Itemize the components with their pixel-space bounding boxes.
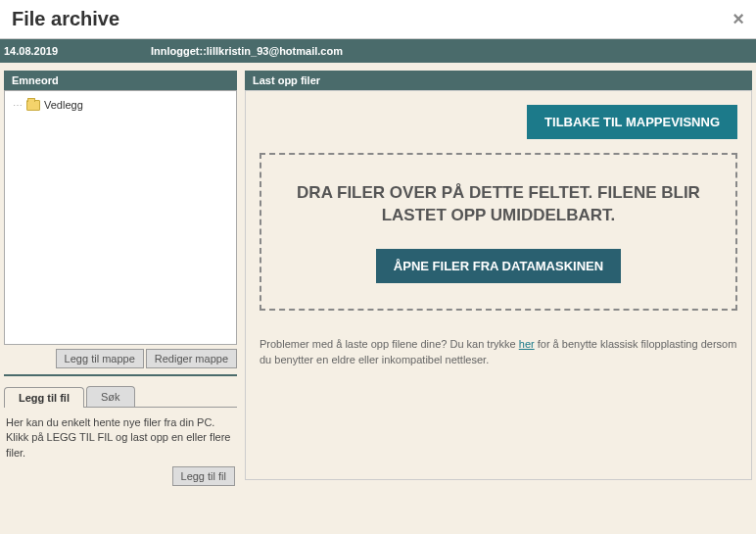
folder-tree: ⋯ Vedlegg: [4, 90, 237, 345]
add-file-help-text: Her kan du enkelt hente nye filer fra di…: [6, 415, 235, 461]
back-to-folder-view-button[interactable]: TILBAKE TIL MAPPEVISNNG: [527, 105, 737, 139]
open-files-button[interactable]: ÅPNE FILER FRA DATAMASKINEN: [376, 249, 621, 283]
add-file-button[interactable]: Legg til fil: [172, 466, 235, 486]
edit-folder-button[interactable]: Rediger mappe: [146, 349, 237, 368]
tab-add-file[interactable]: Legg til fil: [4, 387, 84, 408]
tab-search[interactable]: Søk: [86, 386, 135, 407]
folder-buttons-row: Legg til mappe Rediger mappe: [4, 349, 237, 368]
page-title: File archive: [12, 8, 119, 30]
tab-content-add-file: Her kan du enkelt hente nye filer fra di…: [4, 408, 237, 494]
dropzone-instruction: DRA FILER OVER PÅ DETTE FELTET. FILENE B…: [279, 182, 718, 227]
upload-help-text: Problemer med å laste opp filene dine? D…: [260, 336, 737, 368]
info-bar: 14.08.2019 Innlogget::lillkristin_93@hot…: [0, 39, 756, 63]
divider: [4, 374, 237, 376]
add-folder-button[interactable]: Legg til mappe: [56, 349, 144, 368]
help-text-before: Problemer med å laste opp filene dine? D…: [260, 338, 519, 350]
file-dropzone[interactable]: DRA FILER OVER PÅ DETTE FELTET. FILENE B…: [260, 153, 737, 311]
classic-upload-link[interactable]: her: [519, 338, 535, 350]
tabs-row: Legg til fil Søk: [4, 386, 237, 408]
right-column: Last opp filer TILBAKE TIL MAPPEVISNNG D…: [245, 71, 752, 494]
info-date: 14.08.2019: [4, 45, 151, 57]
folder-icon: [26, 100, 40, 111]
tree-item-vedlegg[interactable]: ⋯ Vedlegg: [13, 99, 228, 111]
tree-connector-icon: ⋯: [13, 100, 23, 111]
close-icon[interactable]: ×: [732, 8, 744, 30]
info-login: Innlogget::lillkristin_93@hotmail.com: [151, 45, 343, 57]
tree-item-label: Vedlegg: [44, 99, 83, 111]
main-area: Emneord ⋯ Vedlegg Legg til mappe Rediger…: [0, 63, 756, 502]
left-column: Emneord ⋯ Vedlegg Legg til mappe Rediger…: [4, 71, 237, 494]
upload-panel-body: TILBAKE TIL MAPPEVISNNG DRA FILER OVER P…: [245, 90, 752, 480]
header-bar: File archive ×: [0, 0, 756, 39]
tree-header: Emneord: [4, 71, 237, 90]
upload-header: Last opp filer: [245, 71, 752, 90]
